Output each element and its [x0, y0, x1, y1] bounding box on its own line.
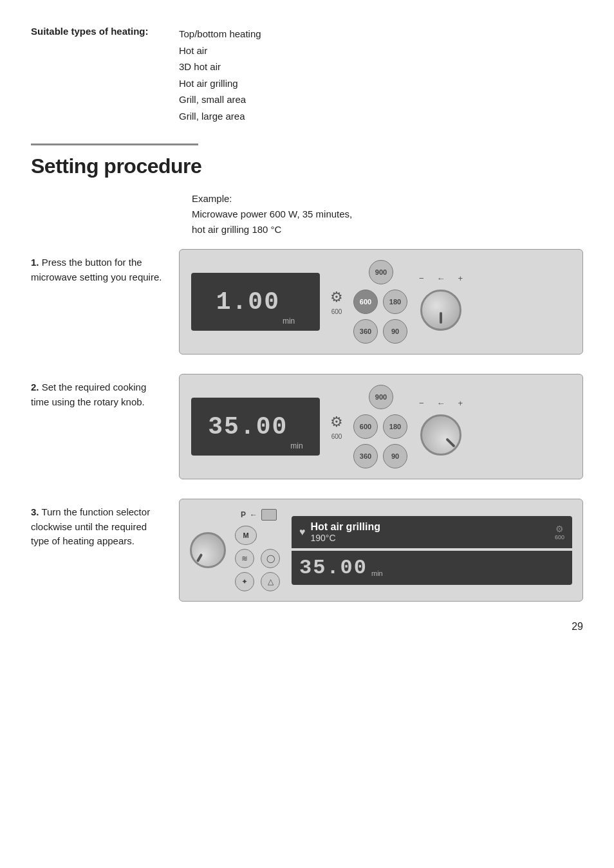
- display-unit-1: min: [283, 317, 295, 326]
- hot-air-display: 35.00 min: [292, 551, 572, 585]
- oven-panel-1: 1.00 min ⚙ 600 900 600 180 360 90: [179, 249, 583, 355]
- panel-1-inner: 1.00 min ⚙ 600 900 600 180 360 90: [191, 260, 571, 344]
- heating-type-6: Grill, large area: [179, 108, 261, 125]
- arrow-row-2: − ← +: [419, 398, 463, 408]
- knob-indicator-1: [440, 312, 442, 324]
- fan-icon: ♥: [299, 526, 306, 538]
- selector-cluster-1: ⚙ 600: [330, 289, 343, 315]
- dial-90-1: 90: [383, 319, 407, 344]
- hot-air-min-text: min: [371, 569, 383, 577]
- hot-air-temp-text: 190°C: [311, 533, 380, 543]
- small-dial-label: 600: [555, 534, 564, 540]
- page-number: 29: [31, 621, 583, 633]
- mid-icon-grid: M ≋ ◯ ✦ △: [235, 526, 283, 591]
- step-2-text: 2. Set the required cooking time using t…: [31, 374, 166, 409]
- heating-type-4: Hot air grilling: [179, 75, 261, 92]
- dial-600-1: 600: [353, 290, 378, 314]
- panel-2-inner: 35.00 min ⚙ 600 900 600 180 360 90: [191, 385, 571, 468]
- heating-type-1: Top/bottom heating: [179, 26, 261, 42]
- dial-900-2: 900: [369, 385, 393, 409]
- section-divider: [31, 143, 198, 145]
- hot-air-time-text: 35.00: [299, 556, 367, 580]
- selector-label-1: 600: [331, 308, 342, 315]
- plus-icon: +: [458, 273, 463, 283]
- selector-cluster-2: ⚙ 600: [330, 414, 343, 440]
- display-unit-2: min: [290, 441, 302, 450]
- clock-icon: ◯: [261, 549, 280, 568]
- right-small-dial: ⚙ 600: [555, 524, 564, 540]
- display-time-2: 35.00: [208, 413, 288, 441]
- step-3-number: 3.: [31, 506, 39, 517]
- dial-360-1: 360: [353, 319, 378, 344]
- spiral-icon-1: ⚙: [330, 289, 343, 306]
- dial-180-1: 180: [383, 290, 407, 314]
- right-area-1: − ← +: [419, 273, 463, 331]
- heating-type-5: Grill, small area: [179, 91, 261, 108]
- hot-air-title-block: Hot air grilling 190°C: [311, 521, 380, 543]
- oven-panel-3: P ← M ≋ ◯ ✦ △ ♥: [179, 499, 583, 602]
- dial-360-2: 360: [353, 444, 378, 468]
- dial-600-2: 600: [353, 414, 378, 439]
- dial-900-1: 900: [369, 260, 393, 284]
- p-label: P: [241, 510, 246, 519]
- spiral-icon-2: ⚙: [330, 414, 343, 430]
- dial-top-2: 900: [353, 385, 409, 411]
- arrow-row-1: − ← +: [419, 273, 463, 283]
- right-area-2: − ← +: [419, 398, 463, 456]
- function-knob-indicator: [196, 553, 203, 562]
- left-arrow-p: ←: [250, 510, 257, 519]
- display-screen-1: 1.00 min: [191, 273, 320, 331]
- dial-grid-1: 900 600 180 360 90: [353, 260, 409, 344]
- display-screen-2: 35.00 min: [191, 398, 320, 456]
- heating-label: Suitable types of heating:: [31, 26, 179, 124]
- heating-type-3: 3D hot air: [179, 59, 261, 75]
- arrows-1: − ← +: [419, 273, 463, 283]
- oven-panel-2: 35.00 min ⚙ 600 900 600 180 360 90: [179, 374, 583, 479]
- big-knob-2[interactable]: [420, 414, 461, 456]
- dial-top-1: 900: [353, 260, 409, 286]
- minus-icon: −: [419, 273, 424, 283]
- small-gear-icon: ⚙: [555, 524, 564, 534]
- step-2-row: 2. Set the required cooking time using t…: [31, 374, 583, 479]
- knob-indicator-2: [445, 438, 456, 448]
- step-1-text: 1. Press the button for the microwave se…: [31, 249, 166, 284]
- dial-90-2: 90: [383, 444, 407, 468]
- wave-icon: ≋: [235, 549, 254, 568]
- step-2-description: Set the required cooking time using the …: [31, 382, 146, 407]
- example-line3: hot air grilling 180 °C: [192, 222, 583, 237]
- step-3-text: 3. Turn the function selector clockwise …: [31, 499, 166, 549]
- left-arrow-icon-2: ←: [437, 398, 445, 408]
- step-1-number: 1.: [31, 257, 39, 268]
- p-arrow-row: P ←: [241, 509, 277, 521]
- m-button[interactable]: M: [235, 526, 257, 545]
- left-knob-area: [190, 532, 226, 568]
- right-display-area: ♥ Hot air grilling 190°C ⚙ 600 35.00 min: [292, 516, 572, 585]
- step-1-row: 1. Press the button for the microwave se…: [31, 249, 583, 355]
- triangle-icon: △: [261, 572, 280, 591]
- dial-180-2: 180: [383, 414, 407, 439]
- example-line2: Microwave power 600 W, 35 minutes,: [192, 207, 583, 222]
- heating-list: Top/bottom heating Hot air 3D hot air Ho…: [179, 26, 261, 124]
- step-3-description: Turn the function selector clockwise unt…: [31, 506, 150, 546]
- step-2-number: 2.: [31, 382, 39, 392]
- hot-air-header: ♥ Hot air grilling 190°C ⚙ 600: [292, 516, 572, 548]
- example-block: Example: Microwave power 600 W, 35 minut…: [192, 191, 583, 237]
- left-arrow-icon: ←: [437, 273, 445, 283]
- function-knob[interactable]: [190, 532, 226, 568]
- display-time-1: 1.00: [216, 288, 280, 316]
- step-3-row: 3. Turn the function selector clockwise …: [31, 499, 583, 602]
- section-heading: Setting procedure: [31, 154, 583, 178]
- steps-container: 1. Press the button for the microwave se…: [31, 249, 583, 602]
- spacer: [261, 526, 280, 545]
- heat-icon: ✦: [235, 572, 254, 591]
- display-icon: [261, 509, 277, 521]
- plus-icon-2: +: [458, 398, 463, 408]
- heating-types-section: Suitable types of heating: Top/bottom he…: [31, 26, 583, 124]
- big-knob-1[interactable]: [420, 290, 461, 331]
- mid-section: P ← M ≋ ◯ ✦ △: [235, 509, 283, 591]
- heating-type-2: Hot air: [179, 42, 261, 59]
- hot-air-title-text: Hot air grilling: [311, 521, 380, 533]
- step-1-description: Press the button for the microwave setti…: [31, 257, 162, 282]
- dial-grid-2: 900 600 180 360 90: [353, 385, 409, 468]
- selector-label-2: 600: [331, 433, 342, 440]
